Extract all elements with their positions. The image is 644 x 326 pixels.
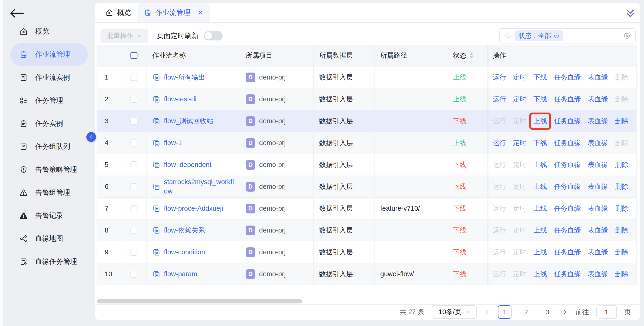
close-icon[interactable] [197, 10, 203, 16]
row-checkbox[interactable] [130, 271, 138, 278]
sidebar-item-任务组队列[interactable]: 任务组队列 [10, 135, 88, 158]
row-checkbox[interactable] [130, 161, 138, 168]
double-chevron-down-icon[interactable] [625, 8, 636, 20]
sidebar-item-作业流管理[interactable]: 作业流管理 [10, 43, 88, 66]
row-checkbox[interactable] [130, 183, 138, 190]
sidebar-item-告警记录[interactable]: 告警记录 [10, 204, 88, 227]
sidebar-item-告警策略管理[interactable]: 告警策略管理 [10, 158, 88, 181]
action-task-lineage[interactable]: 任务血缘 [554, 269, 581, 279]
sidebar-item-血缘任务管理[interactable]: 血缘任务管理 [10, 250, 88, 273]
status-filter-tag[interactable]: 状态：全部 [515, 31, 563, 41]
action-task-lineage[interactable]: 任务血缘 [554, 138, 581, 148]
action-task-lineage[interactable]: 任务血缘 [554, 116, 581, 126]
action-task-lineage[interactable]: 任务血缘 [554, 204, 581, 213]
action-online[interactable]: 上线 [534, 269, 547, 279]
action-table-lineage[interactable]: 表血缘 [588, 248, 608, 257]
actions-cell: 运行定时上线任务血缘表血缘删除 [487, 220, 636, 241]
row-checkbox[interactable] [130, 205, 138, 212]
action-delete[interactable]: 删除 [615, 160, 628, 170]
flow-name-link[interactable]: flow-依赖关系 [164, 226, 205, 235]
action-online[interactable]: 上线 [534, 226, 547, 235]
page-button-3[interactable]: 3 [541, 305, 554, 319]
action-task-lineage[interactable]: 任务血缘 [554, 182, 581, 191]
row-checkbox[interactable] [130, 118, 138, 125]
action-online[interactable]: 上线 [534, 116, 547, 126]
action-schedule[interactable]: 定时 [513, 73, 526, 82]
row-checkbox[interactable] [130, 74, 138, 81]
remove-tag-icon[interactable] [554, 33, 560, 39]
path-cell [375, 154, 447, 176]
page-button-1[interactable]: 1 [498, 305, 512, 319]
flow-name-link[interactable]: flow_dependent [164, 160, 212, 169]
action-delete[interactable]: 删除 [615, 248, 628, 257]
action-run[interactable]: 运行 [493, 73, 506, 82]
action-task-lineage[interactable]: 任务血缘 [554, 226, 581, 235]
action-delete[interactable]: 删除 [615, 204, 628, 213]
action-table-lineage[interactable]: 表血缘 [588, 138, 608, 148]
page-size-select[interactable]: 10条/页 [432, 305, 476, 319]
flow-name-link[interactable]: flow-condition [164, 248, 205, 257]
action-table-lineage[interactable]: 表血缘 [588, 116, 608, 126]
row-checkbox[interactable] [130, 139, 138, 146]
batch-operation-button[interactable]: 批量操作 [100, 29, 148, 43]
tab-概览[interactable]: 概览 [99, 3, 138, 22]
action-run[interactable]: 运行 [493, 95, 506, 104]
action-schedule[interactable]: 定时 [513, 95, 526, 104]
action-online[interactable]: 上线 [534, 248, 547, 257]
flow-name-link[interactable]: flow-1 [164, 138, 182, 147]
action-online[interactable]: 上线 [534, 204, 547, 213]
prev-page-button[interactable] [484, 309, 490, 315]
action-table-lineage[interactable]: 表血缘 [588, 226, 608, 235]
action-table-lineage[interactable]: 表血缘 [588, 160, 608, 170]
action-table-lineage[interactable]: 表血缘 [588, 182, 608, 191]
action-schedule[interactable]: 定时 [513, 138, 526, 148]
search-input[interactable]: 状态：全部 [499, 28, 636, 44]
action-offline[interactable]: 下线 [534, 73, 547, 82]
data-layer-cell: 数据引入层 [314, 88, 375, 110]
sort-icon[interactable] [470, 53, 473, 59]
sidebar-item-任务管理[interactable]: 任务管理 [10, 89, 88, 112]
clear-search-icon[interactable] [623, 32, 630, 40]
back-button[interactable] [9, 8, 24, 18]
action-delete[interactable]: 删除 [615, 269, 628, 279]
tab-作业流管理[interactable]: 作业流管理 [138, 3, 210, 22]
action-offline[interactable]: 下线 [534, 95, 547, 104]
row-checkbox[interactable] [130, 96, 138, 103]
action-table-lineage[interactable]: 表血缘 [588, 73, 608, 82]
select-all-checkbox[interactable] [130, 52, 138, 59]
sidebar-item-任务实例[interactable]: 任务实例 [10, 112, 88, 135]
action-delete[interactable]: 删除 [615, 226, 628, 235]
action-offline[interactable]: 下线 [534, 138, 547, 148]
horizontal-scrollbar[interactable] [97, 299, 302, 303]
row-checkbox[interactable] [130, 249, 138, 256]
action-task-lineage[interactable]: 任务血缘 [554, 95, 581, 104]
sidebar-item-血缘地图[interactable]: 血缘地图 [10, 227, 88, 250]
sidebar-item-作业流实例[interactable]: 作业流实例 [10, 66, 88, 89]
flow-name-link[interactable]: flow-proce-Addxueji [164, 204, 223, 213]
flow-name-link[interactable]: flow_测试回收站 [164, 116, 213, 125]
action-task-lineage[interactable]: 任务血缘 [554, 248, 581, 257]
page-button-2[interactable]: 2 [519, 305, 533, 319]
action-delete[interactable]: 删除 [615, 116, 628, 126]
next-page-button[interactable] [562, 309, 568, 315]
action-task-lineage[interactable]: 任务血缘 [554, 73, 581, 82]
flow-name-link[interactable]: flow-所有输出 [164, 73, 205, 82]
action-table-lineage[interactable]: 表血缘 [588, 269, 608, 279]
flow-name-link[interactable]: starrocks2mysql_workflow [164, 178, 234, 196]
action-task-lineage[interactable]: 任务血缘 [554, 160, 581, 170]
row-checkbox[interactable] [130, 227, 138, 234]
action-delete[interactable]: 删除 [615, 182, 628, 191]
sidebar-item-概览[interactable]: 概览 [10, 20, 88, 43]
action-table-lineage[interactable]: 表血缘 [588, 95, 608, 104]
action-run[interactable]: 运行 [493, 138, 506, 148]
flow-name-link[interactable]: flow-test-di [164, 95, 196, 104]
flow-name-link[interactable]: flow-param [164, 269, 197, 279]
flow-icon [152, 226, 161, 235]
action-online[interactable]: 上线 [534, 182, 547, 191]
sidebar-item-告警组管理[interactable]: 告警组管理 [10, 181, 88, 204]
auto-refresh-toggle[interactable] [204, 31, 223, 41]
jump-page-input[interactable]: 1 [596, 305, 617, 319]
action-table-lineage[interactable]: 表血缘 [588, 204, 608, 213]
sidebar-collapse-button[interactable] [86, 132, 96, 142]
action-online[interactable]: 上线 [534, 160, 547, 170]
